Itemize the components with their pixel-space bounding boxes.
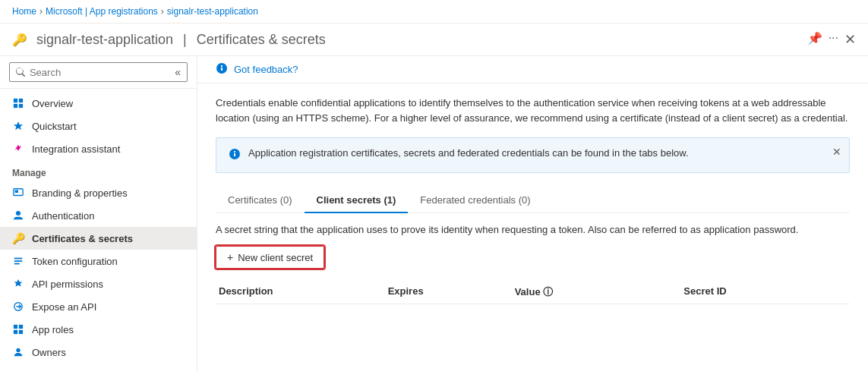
- page-name-label: Certificates & secrets: [197, 32, 326, 47]
- authentication-icon: [12, 209, 24, 222]
- api-permissions-label: API permissions: [32, 279, 103, 290]
- main-layout: « Overview Quickstart Integra: [0, 56, 868, 372]
- svg-rect-1: [19, 99, 23, 102]
- feedback-icon: [216, 62, 228, 77]
- plus-icon: +: [227, 251, 233, 263]
- certificates-icon: 🔑: [12, 232, 24, 244]
- title-actions: 📌 ··· ✕: [807, 31, 856, 48]
- svg-rect-5: [15, 190, 18, 194]
- breadcrumb-sep2: ›: [161, 6, 164, 17]
- svg-rect-7: [14, 260, 23, 262]
- sidebar-item-quickstart[interactable]: Quickstart: [0, 115, 197, 137]
- sidebar-item-certificates[interactable]: 🔑 Certificates & secrets: [0, 227, 197, 250]
- svg-rect-11: [19, 325, 23, 329]
- header-value: Value ⓘ: [512, 285, 681, 299]
- quickstart-icon: [12, 120, 24, 132]
- authentication-label: Authentication: [32, 210, 94, 222]
- header-expires: Expires: [385, 285, 512, 299]
- title-separator: |: [183, 32, 187, 47]
- search-box[interactable]: «: [9, 62, 188, 82]
- feedback-label: Got feedback?: [234, 64, 298, 75]
- svg-rect-6: [14, 258, 23, 260]
- breadcrumb-app-name[interactable]: signalr-test-application: [167, 6, 258, 17]
- integration-label: Integration assistant: [32, 143, 120, 155]
- token-icon: [12, 255, 24, 267]
- sidebar-item-integration[interactable]: Integration assistant: [0, 137, 197, 160]
- main-content-area: Got feedback? Credentials enable confide…: [197, 56, 868, 372]
- new-client-secret-button[interactable]: + New client secret: [216, 246, 324, 269]
- breadcrumb-app-registrations[interactable]: Microsoft | App registrations: [46, 6, 158, 17]
- sidebar-item-authentication[interactable]: Authentication: [0, 204, 197, 227]
- info-box-close-button[interactable]: ✕: [832, 146, 841, 158]
- search-icon: [16, 67, 25, 77]
- tab-description: A secret string that the application use…: [216, 224, 850, 235]
- sidebar-navigation: Overview Quickstart Integration assistan…: [0, 89, 197, 372]
- new-secret-label: New client secret: [238, 252, 313, 263]
- info-box-text: Application registration certificates, s…: [248, 147, 689, 159]
- sidebar-search-area: «: [0, 56, 197, 89]
- owners-icon: [12, 346, 24, 358]
- sidebar-item-branding[interactable]: Branding & properties: [0, 181, 197, 204]
- svg-rect-12: [14, 330, 17, 334]
- branding-label: Branding & properties: [32, 187, 128, 199]
- feedback-bar[interactable]: Got feedback?: [197, 56, 868, 83]
- more-button[interactable]: ···: [829, 31, 838, 48]
- tabs-bar: Certificates (0) Client secrets (1) Fede…: [216, 188, 850, 213]
- overview-icon: [12, 97, 24, 109]
- tab-client-secrets[interactable]: Client secrets (1): [305, 188, 409, 213]
- svg-rect-13: [19, 330, 23, 334]
- sidebar-item-app-roles[interactable]: App roles: [0, 318, 197, 341]
- sidebar-item-overview[interactable]: Overview: [0, 92, 197, 115]
- owners-label: Owners: [32, 347, 66, 358]
- quickstart-label: Quickstart: [32, 121, 77, 132]
- info-icon: [229, 148, 241, 163]
- tab-federated[interactable]: Federated credentials (0): [408, 188, 542, 213]
- integration-icon: [12, 143, 24, 155]
- header-description: Description: [216, 285, 385, 299]
- app-roles-icon: [12, 323, 24, 335]
- app-roles-label: App roles: [32, 324, 74, 335]
- sidebar-item-owners[interactable]: Owners: [0, 341, 197, 364]
- breadcrumb: Home › Microsoft | App registrations › s…: [12, 6, 856, 17]
- sidebar-item-token[interactable]: Token configuration: [0, 250, 197, 272]
- sidebar-item-api-permissions[interactable]: API permissions: [0, 272, 197, 295]
- expose-api-label: Expose an API: [32, 301, 96, 313]
- certificates-label: Certificates & secrets: [32, 233, 133, 244]
- token-label: Token configuration: [32, 256, 118, 267]
- expose-api-icon: [12, 301, 24, 313]
- tab-certificates[interactable]: Certificates (0): [216, 188, 305, 213]
- svg-rect-0: [14, 99, 17, 102]
- manage-section-header: Manage: [0, 160, 197, 181]
- overview-label: Overview: [32, 98, 73, 109]
- close-button[interactable]: ✕: [844, 31, 856, 48]
- search-input[interactable]: [30, 67, 170, 78]
- info-box: Application registration certificates, s…: [216, 137, 850, 173]
- svg-rect-3: [19, 104, 23, 108]
- api-permissions-icon: [12, 278, 24, 290]
- sidebar: « Overview Quickstart Integra: [0, 56, 197, 372]
- description-text: Credentials enable confidential applicat…: [216, 96, 850, 125]
- pin-button[interactable]: 📌: [807, 31, 822, 48]
- svg-point-14: [16, 348, 20, 352]
- svg-rect-8: [14, 263, 20, 265]
- breadcrumb-bar: Home › Microsoft | App registrations › s…: [0, 0, 868, 24]
- main-content: Credentials enable confidential applicat…: [197, 83, 868, 316]
- app-name-label: signalr-test-application: [36, 32, 173, 47]
- svg-rect-2: [14, 104, 17, 108]
- sidebar-collapse-button[interactable]: «: [175, 66, 181, 78]
- title-bar: 🔑 signalr-test-application | Certificate…: [0, 24, 868, 56]
- breadcrumb-sep1: ›: [39, 6, 43, 17]
- svg-rect-10: [14, 325, 17, 329]
- header-secret-id: Secret ID: [680, 285, 850, 299]
- table-header: Description Expires Value ⓘ Secret ID: [216, 281, 850, 304]
- key-icon: 🔑: [12, 33, 27, 47]
- branding-icon: [12, 187, 24, 199]
- page-title: signalr-test-application | Certificates …: [36, 32, 798, 48]
- sidebar-item-expose-api[interactable]: Expose an API: [0, 295, 197, 318]
- breadcrumb-home[interactable]: Home: [12, 6, 36, 17]
